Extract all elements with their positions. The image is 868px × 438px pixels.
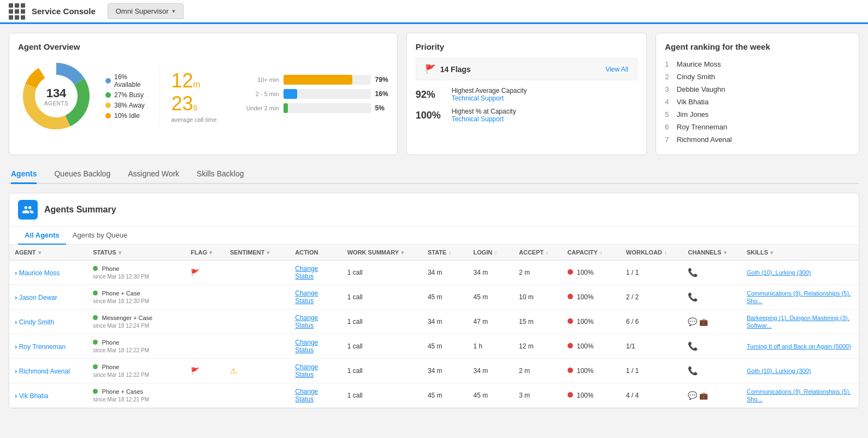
flag-indicator: 🚩 bbox=[191, 269, 199, 277]
expand-button[interactable]: › bbox=[15, 342, 17, 351]
sub-tab-by-queue[interactable]: Agents by Queue bbox=[66, 227, 134, 245]
skills-link[interactable]: Goth (10), Lurking (300) bbox=[747, 368, 811, 374]
view-all-link[interactable]: View All bbox=[605, 66, 628, 73]
agent-cell: › Roy Trenneman bbox=[9, 334, 87, 359]
change-status-link[interactable]: Change Status bbox=[295, 339, 318, 354]
bar-outer-2 bbox=[284, 89, 371, 99]
th-action: ACTION bbox=[290, 245, 341, 261]
expand-button[interactable]: › bbox=[15, 318, 17, 326]
legend-idle: 10% Idle bbox=[105, 112, 149, 120]
expand-button[interactable]: › bbox=[15, 293, 17, 301]
status-filter-icon[interactable]: ▾ bbox=[119, 250, 121, 256]
tab-agents[interactable]: Agents bbox=[11, 164, 37, 184]
tab-queues-backlog[interactable]: Queues Backlog bbox=[54, 164, 110, 184]
skills-link[interactable]: Turning It off and Back on Again (5000) bbox=[747, 343, 851, 350]
chat-icon: 💬 bbox=[688, 391, 697, 400]
agent-name-link[interactable]: Cindy Smith bbox=[19, 318, 55, 326]
th-skills-label: SKILLS bbox=[747, 249, 768, 256]
flag-cell: 🚩 bbox=[185, 359, 225, 383]
call-seconds: 23 bbox=[171, 92, 193, 115]
status-cell: Phone since Mar 18 12:30 PM bbox=[87, 261, 185, 285]
priority-link-1[interactable]: Technical Support bbox=[452, 94, 504, 102]
flag-cell bbox=[185, 383, 225, 408]
priority-link-2[interactable]: Technical Support bbox=[452, 115, 504, 123]
agent-name-link[interactable]: Richmond Avenal bbox=[19, 368, 70, 375]
rank-name-6: Roy Trenneman bbox=[677, 123, 728, 131]
workload-sort-icon[interactable]: ↕ bbox=[664, 250, 667, 256]
skills-link[interactable]: Communications (9), Relationships (5), S… bbox=[747, 290, 851, 304]
sub-tab-all-agents[interactable]: All Agents bbox=[18, 227, 66, 245]
change-status-link[interactable]: Change Status bbox=[295, 289, 318, 305]
capacity-dot bbox=[568, 392, 573, 398]
agent-filter-icon[interactable]: ▾ bbox=[38, 250, 41, 256]
status-dot bbox=[93, 266, 98, 271]
work-summary-value: 1 call bbox=[347, 318, 363, 325]
flag-filter-icon[interactable]: ▾ bbox=[209, 250, 212, 256]
status-dot bbox=[93, 315, 98, 320]
login-sort-icon[interactable]: ↕ bbox=[494, 250, 497, 256]
expand-button[interactable]: › bbox=[15, 269, 17, 277]
status-dot bbox=[93, 291, 98, 295]
grid-icon[interactable] bbox=[9, 3, 25, 20]
state-value: 34 m bbox=[428, 367, 442, 375]
capacity-dot bbox=[568, 294, 573, 299]
sentiment-cell bbox=[225, 383, 290, 408]
workload-cell: 2 / 2 bbox=[621, 285, 682, 310]
change-status-link[interactable]: Change Status bbox=[295, 314, 318, 329]
skills-link[interactable]: Communications (9), Relationships (5), S… bbox=[747, 388, 851, 403]
skills-link[interactable]: Barkeeping (1), Dungon Mastering (3), So… bbox=[747, 315, 849, 329]
priority-stat-info-1: Highest Average Capacity Technical Suppo… bbox=[452, 87, 527, 102]
channels-filter-icon[interactable]: ▾ bbox=[724, 250, 727, 256]
workload-cell: 1 / 1 bbox=[621, 359, 682, 383]
capacity-sort-icon[interactable]: ↕ bbox=[600, 250, 603, 256]
flag-cell bbox=[185, 310, 225, 334]
agent-name-link[interactable]: Vik Bhatia bbox=[19, 392, 49, 400]
change-status-link[interactable]: Change Status bbox=[295, 265, 318, 280]
app-title: Service Console bbox=[32, 7, 96, 16]
state-sort-icon[interactable]: ↕ bbox=[448, 250, 451, 256]
agent-name-link[interactable]: Roy Trenneman bbox=[19, 343, 66, 351]
agents-label: AGENTS bbox=[44, 100, 68, 106]
workload-value: 1/1 bbox=[626, 342, 635, 350]
priority-metric-1: Highest Average Capacity bbox=[452, 87, 527, 94]
login-cell: 45 m bbox=[468, 285, 513, 310]
work-filter-icon[interactable]: ▾ bbox=[401, 250, 404, 256]
top-nav: Service Console Omni Supervisor ▾ bbox=[0, 0, 868, 24]
accept-value: 15 m bbox=[519, 318, 534, 325]
action-cell: Change Status bbox=[290, 310, 341, 334]
priority-title: Priority bbox=[416, 42, 638, 51]
phone-icon: 📞 bbox=[688, 366, 698, 375]
table-row: › Richmond Avenal Phone since Mar 18 12:… bbox=[9, 359, 859, 383]
priority-pct-1: 92% bbox=[416, 89, 443, 100]
agents-section: Agents Summary All Agents Agents by Queu… bbox=[9, 193, 859, 409]
agent-name-link[interactable]: Jason Dewar bbox=[19, 294, 57, 301]
donut-center: 134 AGENTS bbox=[44, 86, 68, 106]
change-status-link[interactable]: Change Status bbox=[295, 388, 318, 403]
bar-inner-2 bbox=[284, 89, 298, 99]
main-tabs: Agents Queues Backlog Assigned Work Skil… bbox=[9, 164, 859, 184]
th-channels: CHANNELS ▾ bbox=[682, 245, 741, 261]
tab-assigned-work[interactable]: Assigned Work bbox=[128, 164, 179, 184]
state-cell: 34 m bbox=[422, 359, 468, 383]
th-capacity: CAPACITY ↕ bbox=[562, 245, 621, 261]
workload-cell: 4 / 4 bbox=[621, 383, 682, 408]
login-value: 34 m bbox=[473, 367, 488, 375]
work-summary-cell: 1 call bbox=[342, 285, 422, 310]
sentiment-filter-icon[interactable]: ▾ bbox=[267, 250, 269, 256]
change-status-link[interactable]: Change Status bbox=[295, 363, 318, 378]
accept-sort-icon[interactable]: ↕ bbox=[546, 250, 548, 256]
action-cell: Change Status bbox=[290, 383, 341, 408]
skills-link[interactable]: Goth (10), Lurking (300) bbox=[747, 269, 811, 276]
agent-name-link[interactable]: Maurice Moss bbox=[19, 269, 60, 277]
expand-button[interactable]: › bbox=[15, 367, 17, 375]
status-text: Messenger + Case bbox=[102, 315, 153, 321]
expand-button[interactable]: › bbox=[15, 392, 17, 400]
tab-label: Omni Supervisor bbox=[116, 7, 169, 15]
action-cell: Change Status bbox=[290, 359, 341, 383]
th-state-label: STATE bbox=[428, 249, 446, 256]
workload-value: 1 / 1 bbox=[626, 367, 639, 375]
omni-supervisor-tab[interactable]: Omni Supervisor ▾ bbox=[108, 3, 184, 19]
bar-outer-10 bbox=[284, 75, 371, 85]
skills-filter-icon[interactable]: ▾ bbox=[770, 250, 773, 256]
tab-skills-backlog[interactable]: Skills Backlog bbox=[197, 164, 244, 184]
